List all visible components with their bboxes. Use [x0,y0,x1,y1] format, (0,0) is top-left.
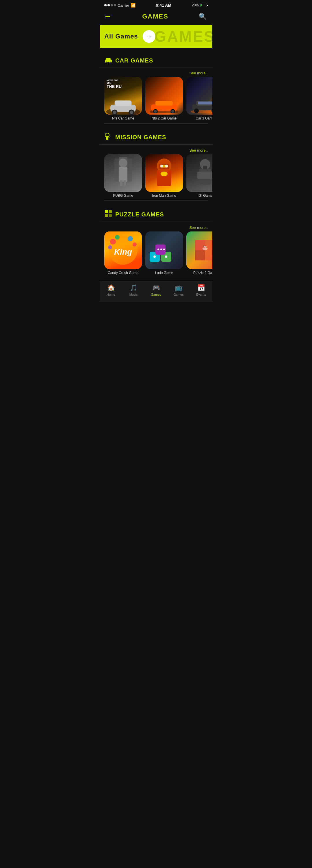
svg-point-68 [153,255,156,258]
game-label-car3: Car 3 Game [186,116,212,120]
battery-fill [201,4,202,6]
header: GAMES 🔍 [100,9,212,25]
svg-point-2 [105,61,107,63]
svg-rect-54 [105,210,108,213]
svg-point-72 [163,249,165,250]
svg-rect-36 [124,180,126,186]
see-more-car-games[interactable]: See more.. [100,71,212,77]
game-card-car3[interactable]: Car 3 Game [186,77,212,120]
svg-rect-21 [198,101,212,104]
game-card-ironman[interactable]: Iron Man Game [145,154,183,197]
game-card-igi[interactable]: IGI Game [186,154,212,197]
game-label-nfs: Nfs Car Game [104,116,142,120]
game-label-candy: Candy Crush Game [104,271,142,275]
svg-point-42 [160,165,163,167]
signal-dots [104,4,116,6]
nav-item-home[interactable]: 🏠 Home [100,284,122,296]
svg-rect-57 [109,214,112,217]
svg-rect-56 [105,214,108,217]
gamepad-icon: 🎮 [152,284,160,292]
status-left: Carrier 📶 [104,3,136,7]
svg-point-17 [171,110,174,113]
signal-dot-3 [111,4,113,6]
status-right: 20% [192,3,208,7]
svg-point-15 [154,110,157,113]
game-thumb-ludo [145,231,183,269]
section-header-puzzle-games: PUZZLE GAMES [100,210,212,222]
svg-point-44 [161,172,168,176]
carrier-label: Carrier [117,3,129,7]
game-thumb-puzzle2 [186,231,212,269]
svg-rect-55 [109,210,112,213]
all-games-banner[interactable]: All Games → GAMES [100,25,212,48]
game-card-nfs[interactable]: NEED FORSP...THE RU Nfs Car Game [104,77,142,120]
game-label-ironman: Iron Man Game [145,193,183,197]
nav-label-games: Games [151,293,161,296]
page-title: GAMES [142,13,168,20]
game-thumb-nfs2 [145,77,183,115]
nav-item-tv[interactable]: 📺 Games [167,284,190,296]
svg-point-70 [158,249,159,250]
nav-item-events[interactable]: 📅 Events [190,284,212,296]
section-header-car-games: CAR GAMES [100,56,212,67]
svg-text:King: King [114,247,132,256]
svg-point-3 [109,61,111,63]
svg-point-61 [108,245,112,249]
signal-dot-2 [107,4,110,6]
svg-rect-30 [108,137,110,137]
game-thumb-car3 [186,77,212,115]
game-thumb-igi [186,154,212,192]
svg-rect-1 [106,58,111,60]
battery-percent: 20% [192,3,199,7]
game-card-puzzle2[interactable]: Puzzle 2 Game [186,231,212,275]
nav-label-music: Music [130,293,138,296]
section-title-mission-games: MISSION GAMES [115,134,208,141]
games-row-puzzle-games: King Candy Crush Game [100,231,212,278]
filter-line-1 [105,15,112,16]
battery-icon [200,4,208,7]
game-label-igi: IGI Game [186,193,212,197]
section-title-car-games: CAR GAMES [115,57,208,64]
nav-item-music[interactable]: 🎵 Music [122,284,145,296]
section-icon-mission-games [104,132,112,142]
game-card-ludo[interactable]: Ludo Game [145,231,183,275]
search-button[interactable]: 🔍 [199,13,207,20]
games-row-car-games: NEED FORSP...THE RU Nfs Car Game [100,77,212,123]
svg-rect-34 [119,167,128,182]
svg-rect-48 [203,166,207,169]
filter-button[interactable] [105,15,112,18]
svg-point-60 [110,239,116,245]
nav-item-games[interactable]: 🎮 Games [145,284,167,296]
section-puzzle-games: PUZZLE GAMES See more.. King Candy Crush… [100,204,212,281]
section-header-mission-games: MISSION GAMES [100,132,212,145]
game-label-puzzle2: Puzzle 2 Game [186,271,212,275]
nav-label-events: Events [196,293,206,296]
svg-point-10 [130,111,133,114]
status-bar: Carrier 📶 9:41 AM 20% [100,0,212,9]
see-more-puzzle-games[interactable]: See more.. [100,225,212,231]
section-mission-games: MISSION GAMES See more.. PUBG Game [100,126,212,204]
svg-point-71 [160,249,162,250]
svg-rect-6 [115,100,132,106]
game-card-candy[interactable]: King Candy Crush Game [104,231,142,275]
battery-tip [207,5,208,6]
see-more-mission-games[interactable]: See more.. [100,148,212,154]
game-thumb-pubg [104,154,142,192]
section-divider-car-games [104,123,208,124]
tv-icon: 📺 [175,284,182,292]
wifi-icon: 📶 [131,3,136,7]
nav-label-home: Home [107,293,115,296]
game-card-pubg[interactable]: PUBG Game [104,154,142,197]
arrow-icon: → [146,33,152,40]
svg-point-43 [165,165,168,167]
game-label-nfs2: Nfs 2 Car Game [145,116,183,120]
section-icon-car-games [104,56,112,65]
section-divider-puzzle-games [104,278,208,278]
svg-point-62 [115,235,119,240]
game-card-nfs2[interactable]: Nfs 2 Car Game [145,77,183,120]
banner-arrow-button[interactable]: → [143,30,155,43]
svg-point-8 [113,111,116,114]
game-label-ludo: Ludo Game [145,271,183,275]
status-time: 9:41 AM [156,3,171,7]
section-divider-mission-games [104,200,208,201]
